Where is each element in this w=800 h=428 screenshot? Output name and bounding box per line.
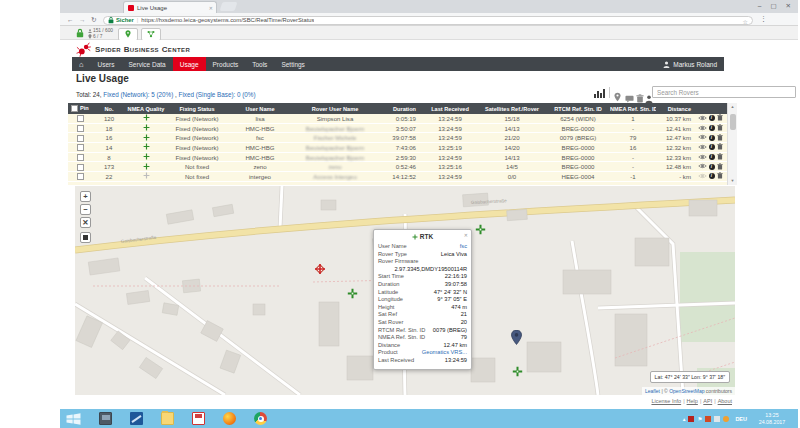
trash-icon[interactable] xyxy=(717,153,723,161)
address-bar[interactable]: Sicher | https://hxsdemo.leica-geosystem… xyxy=(103,16,753,26)
row-checkbox[interactable] xyxy=(77,154,84,161)
file-explorer-icon[interactable] xyxy=(161,412,174,425)
chart-view-icon[interactable] xyxy=(594,88,606,98)
show-on-map-icon[interactable] xyxy=(698,134,707,141)
scroll-up-icon[interactable]: ▲ xyxy=(728,103,737,111)
zoom-in-button[interactable]: + xyxy=(80,191,91,202)
maximize-icon[interactable]: ▢ xyxy=(770,2,777,9)
table-row[interactable]: 16 Fixed (Network) fsc Fischer Michele 3… xyxy=(68,133,737,143)
table-row[interactable]: 18 Fixed (Network) HMC-HBG Beutelspacher… xyxy=(68,124,737,134)
rover-marker-green[interactable] xyxy=(475,221,486,239)
locate-pin-icon[interactable] xyxy=(614,88,624,98)
window-close-icon[interactable]: ✕ xyxy=(786,2,792,9)
save-app-icon[interactable] xyxy=(192,412,205,425)
leaflet-link[interactable]: Leaflet xyxy=(645,388,660,394)
clear-selection-button[interactable]: ✕ xyxy=(80,217,91,228)
info-icon[interactable]: i xyxy=(709,144,715,150)
scroll-down-icon[interactable]: ▼ xyxy=(728,177,737,185)
nav-item[interactable]: Products xyxy=(206,57,246,71)
show-on-map-icon[interactable] xyxy=(698,154,707,161)
current-user[interactable]: Markus Roland xyxy=(656,57,724,71)
trash-icon[interactable] xyxy=(717,143,723,151)
new-tab-button[interactable] xyxy=(220,2,238,11)
search-input[interactable] xyxy=(652,86,796,98)
tab-close-icon[interactable]: ✕ xyxy=(209,5,213,11)
osm-link[interactable]: OpenStreetMap xyxy=(669,388,704,394)
nav-item[interactable]: Usage xyxy=(173,57,206,71)
footer-link[interactable]: License Info xyxy=(651,398,681,404)
tray-volume-icon[interactable] xyxy=(714,416,720,422)
info-icon[interactable]: i xyxy=(709,125,715,131)
draw-extent-button[interactable] xyxy=(80,232,91,243)
bookmark-star-icon[interactable]: ☆ xyxy=(743,18,748,25)
rover-marker-green[interactable] xyxy=(512,363,523,381)
nav-item[interactable]: Tools xyxy=(245,57,274,71)
summary-fixed-network[interactable]: Fixed (Network): 5 (20%) xyxy=(103,91,173,98)
trash-icon[interactable] xyxy=(717,172,723,180)
row-checkbox[interactable] xyxy=(77,144,84,151)
zoom-out-button[interactable]: − xyxy=(80,204,91,215)
trash-icon[interactable] xyxy=(717,124,723,132)
show-on-map-icon[interactable] xyxy=(698,163,707,170)
scrollbar-thumb[interactable] xyxy=(730,114,736,130)
map-view-button[interactable] xyxy=(118,28,138,41)
browser-menu-icon[interactable]: ⋮ xyxy=(760,15,767,23)
info-icon[interactable]: i xyxy=(709,115,715,121)
rover-marker-green[interactable] xyxy=(347,285,358,303)
trash-icon[interactable] xyxy=(717,134,723,142)
show-on-map-icon[interactable] xyxy=(698,115,707,122)
rover-marker-red[interactable] xyxy=(314,261,326,279)
row-checkbox[interactable] xyxy=(77,125,84,132)
popup-close-icon[interactable]: ✕ xyxy=(464,232,468,238)
trash-icon[interactable] xyxy=(717,114,723,122)
firefox-icon[interactable] xyxy=(223,412,236,425)
select-all-checkbox[interactable] xyxy=(71,105,78,112)
show-on-map-icon[interactable] xyxy=(698,144,707,151)
back-icon[interactable]: ← xyxy=(67,16,74,23)
nav-item[interactable]: Settings xyxy=(274,57,312,71)
info-icon[interactable]: i xyxy=(709,135,715,141)
info-icon[interactable]: i xyxy=(709,164,715,170)
tray-update-icon[interactable] xyxy=(723,416,729,422)
nav-item[interactable]: Users xyxy=(91,57,122,71)
table-row[interactable]: 22 Not fixed intergeo Access Intergeo 14… xyxy=(68,172,737,182)
row-checkbox[interactable] xyxy=(77,135,84,142)
table-scrollbar[interactable]: ▲ ▼ xyxy=(727,103,737,185)
terminal-app-icon[interactable] xyxy=(99,412,112,425)
info-icon[interactable]: i xyxy=(709,173,715,179)
footer-link[interactable]: About xyxy=(718,398,732,404)
row-checkbox[interactable] xyxy=(77,164,84,171)
map[interactable]: Gaisbacherstraße Gaisbacherstraße Steine… xyxy=(75,186,735,395)
windows-start-icon[interactable] xyxy=(66,413,81,425)
home-icon[interactable]: ⌂ xyxy=(72,57,91,71)
nav-item[interactable]: Service Data xyxy=(122,57,173,71)
table-row[interactable]: 173 Not fixed zeno zeno 0:52:46 13:25:16… xyxy=(68,162,737,172)
info-icon[interactable]: i xyxy=(709,154,715,160)
row-checkbox[interactable] xyxy=(77,173,84,180)
clock[interactable]: 13:25 24.08.2017 xyxy=(750,412,794,426)
browser-tab[interactable]: Live Usage ✕ xyxy=(123,1,217,13)
table-row[interactable]: 8 Fixed (Network) HMC-HBG Beutelspacher … xyxy=(68,153,737,163)
trash-icon[interactable] xyxy=(717,163,723,171)
tray-expand-icon[interactable]: ▴ xyxy=(683,416,686,422)
tray-red-icon[interactable] xyxy=(688,416,694,422)
forward-icon[interactable]: → xyxy=(79,16,86,23)
language-indicator[interactable]: DEU xyxy=(735,416,747,422)
tray-flag-icon[interactable]: ⚑ xyxy=(697,416,702,422)
show-on-map-icon[interactable] xyxy=(698,125,707,132)
blue-app-icon[interactable] xyxy=(130,412,143,425)
footer-link[interactable]: API xyxy=(703,398,712,404)
summary-fixed-single[interactable]: Fixed (Single Base): 0 (0%) xyxy=(179,91,256,98)
show-on-map-icon[interactable] xyxy=(698,173,707,180)
minimize-icon[interactable]: – xyxy=(758,2,763,9)
table-row[interactable]: 120 Fixed (Network) lisa Simpson Lisa 0:… xyxy=(68,114,737,124)
tray-shield-icon[interactable] xyxy=(705,416,711,422)
refresh-icon[interactable]: ↻ xyxy=(91,16,96,23)
network-view-button[interactable] xyxy=(141,28,161,41)
footer-link[interactable]: Help xyxy=(687,398,698,404)
table-row[interactable]: 14 Fixed (Network) HMC-HBG Beutelspacher… xyxy=(68,143,737,153)
chrome-icon[interactable] xyxy=(254,412,267,425)
reference-station-pin[interactable] xyxy=(511,330,522,349)
row-checkbox[interactable] xyxy=(77,115,84,122)
message-icon[interactable] xyxy=(625,89,635,99)
